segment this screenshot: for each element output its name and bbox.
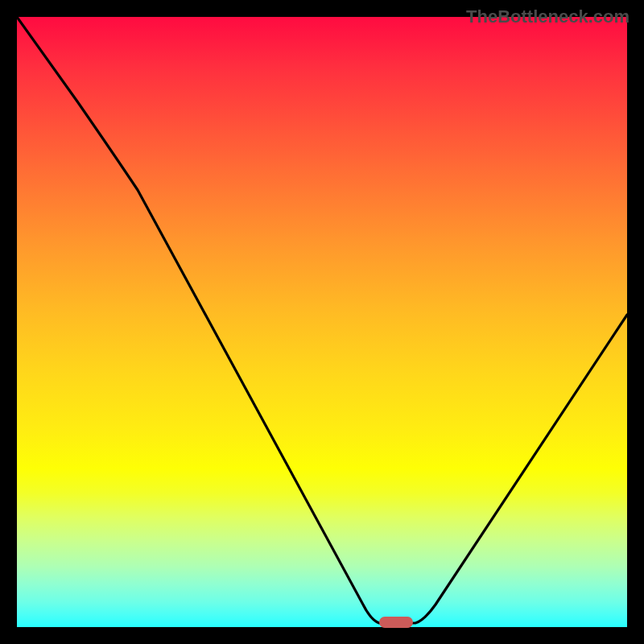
bottleneck-curve	[17, 17, 627, 627]
plot-area	[17, 17, 627, 627]
watermark-text: TheBottleneck.com	[466, 6, 630, 27]
optimal-marker	[379, 617, 413, 628]
chart-container: TheBottleneck.com	[0, 0, 644, 644]
